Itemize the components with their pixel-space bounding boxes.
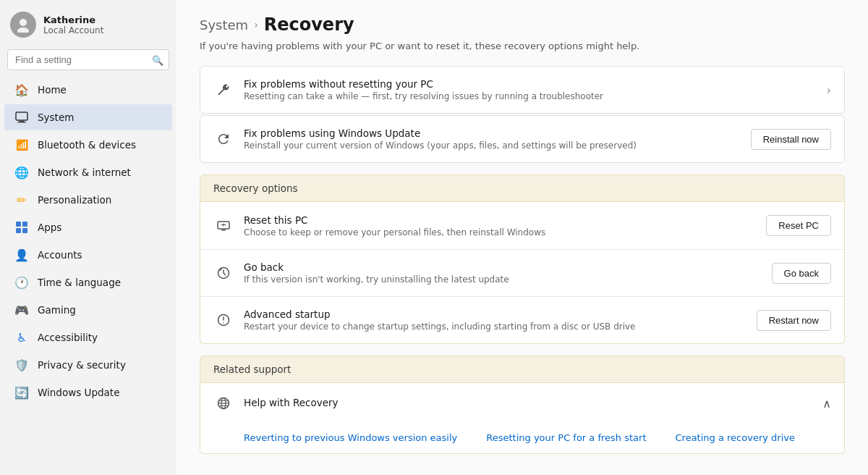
user-info: Katherine Local Account [43, 14, 103, 35]
sidebar-item-gaming-label: Gaming [38, 304, 76, 316]
svg-rect-8 [22, 228, 27, 233]
sidebar-item-apps[interactable]: Apps [4, 214, 172, 240]
go-back-title: Go back [244, 261, 762, 273]
sidebar-item-accounts[interactable]: 👤 Accounts [4, 242, 172, 268]
sidebar-item-time-label: Time & language [38, 277, 121, 288]
help-recovery-title: Help with Recovery [244, 397, 812, 408]
go-back-action[interactable]: Go back [772, 263, 831, 284]
page-title: Recovery [264, 14, 354, 35]
windows-update-icon: 🔄 [14, 385, 29, 400]
sidebar-item-bluetooth-label: Bluetooth & devices [38, 139, 136, 151]
sidebar-item-home-label: Home [38, 84, 67, 96]
nav-items: 🏠 Home System 📶 Bluetooth & devices 🌐 Ne… [0, 76, 176, 469]
time-icon: 🕐 [14, 275, 29, 290]
svg-rect-10 [221, 230, 226, 231]
sidebar-item-personalization-label: Personalization [38, 194, 111, 206]
personalization-icon: ✏️ [14, 193, 29, 207]
reset-pc-icon [213, 216, 234, 236]
go-back-row: Go back If this version isn't working, t… [200, 249, 844, 296]
reinstall-now-button[interactable]: Reinstall now [751, 129, 831, 150]
page-subtitle: If you're having problems with your PC o… [200, 41, 845, 51]
reset-pc-button[interactable]: Reset PC [766, 215, 831, 236]
help-link-recovery-drive[interactable]: Creating a recovery drive [676, 432, 795, 443]
advanced-startup-action[interactable]: Restart now [757, 310, 831, 331]
reset-pc-action[interactable]: Reset PC [766, 215, 831, 236]
fix-update-card: Fix problems using Windows Update Reinst… [200, 115, 845, 163]
sidebar-item-windows-update[interactable]: 🔄 Windows Update [4, 379, 172, 405]
svg-point-1 [17, 28, 29, 33]
user-profile: Katherine Local Account [0, 0, 176, 46]
fix-update-row: Fix problems using Windows Update Reinst… [200, 116, 844, 162]
sidebar-item-apps-label: Apps [38, 222, 61, 233]
sidebar: Katherine Local Account 🔍 🏠 Home System … [0, 0, 176, 475]
breadcrumb-arrow: › [254, 19, 258, 30]
fix-update-text: Fix problems using Windows Update Reinst… [244, 127, 741, 151]
home-icon: 🏠 [14, 83, 29, 97]
sidebar-item-accessibility-label: Accessibility [38, 332, 98, 343]
help-link-reset[interactable]: Resetting your PC for a fresh start [486, 432, 646, 443]
sidebar-item-home[interactable]: 🏠 Home [4, 77, 172, 103]
related-card: Help with Recovery ∧ Reverting to previo… [200, 383, 845, 454]
reset-pc-text: Reset this PC Choose to keep or remove y… [244, 214, 756, 238]
accessibility-icon: ♿ [14, 330, 29, 345]
svg-rect-4 [17, 122, 26, 123]
sidebar-item-network[interactable]: 🌐 Network & internet [4, 159, 172, 185]
recovery-options-header: Recovery options [200, 175, 845, 202]
related-support-header: Related support [200, 356, 845, 383]
sidebar-item-system[interactable]: System [4, 104, 172, 130]
advanced-startup-icon [213, 310, 234, 330]
svg-rect-2 [16, 112, 27, 120]
advanced-startup-title: Advanced startup [244, 308, 746, 320]
privacy-icon: 🛡️ [14, 358, 29, 372]
help-recovery-row[interactable]: Help with Recovery ∧ [200, 383, 844, 424]
help-globe-icon [213, 393, 234, 413]
chevron-right-icon: › [827, 83, 831, 97]
search-box[interactable]: 🔍 [7, 49, 169, 70]
sidebar-item-time[interactable]: 🕐 Time & language [4, 269, 172, 295]
fix-update-desc: Reinstall your current version of Window… [244, 140, 741, 151]
go-back-button[interactable]: Go back [772, 263, 831, 284]
help-link-revert[interactable]: Reverting to previous Windows version ea… [244, 432, 457, 443]
user-account-type: Local Account [43, 25, 103, 35]
sidebar-item-system-label: System [38, 112, 74, 123]
gaming-icon: 🎮 [14, 303, 29, 317]
go-back-icon [213, 263, 234, 283]
reset-pc-title: Reset this PC [244, 214, 756, 226]
fix-troubleshoot-title: Fix problems without resetting your PC [244, 78, 817, 90]
sidebar-item-privacy-label: Privacy & security [38, 359, 126, 371]
sidebar-item-bluetooth[interactable]: 📶 Bluetooth & devices [4, 132, 172, 158]
accounts-icon: 👤 [14, 248, 29, 262]
system-icon [14, 110, 29, 125]
apps-icon [14, 220, 29, 235]
fix-troubleshoot-row[interactable]: Fix problems without resetting your PC R… [200, 67, 844, 113]
svg-rect-5 [16, 222, 21, 227]
sidebar-item-windows-update-label: Windows Update [38, 387, 119, 398]
bluetooth-icon: 📶 [14, 138, 29, 152]
fix-troubleshoot-desc: Resetting can take a while — first, try … [244, 91, 817, 101]
go-back-text: Go back If this version isn't working, t… [244, 261, 762, 285]
sidebar-item-accessibility[interactable]: ♿ Accessibility [4, 324, 172, 350]
avatar [10, 12, 36, 38]
collapse-icon[interactable]: ∧ [822, 397, 831, 411]
help-links: Reverting to previous Windows version ea… [200, 424, 844, 453]
search-input[interactable] [7, 49, 169, 70]
fix-troubleshoot-card: Fix problems without resetting your PC R… [200, 66, 845, 114]
recovery-options-cards: Reset this PC Choose to keep or remove y… [200, 202, 845, 344]
sidebar-item-personalization[interactable]: ✏️ Personalization [4, 187, 172, 213]
main-content: System › Recovery If you're having probl… [176, 0, 868, 475]
sidebar-item-privacy[interactable]: 🛡️ Privacy & security [4, 352, 172, 378]
svg-point-13 [223, 322, 224, 324]
reset-pc-desc: Choose to keep or remove your personal f… [244, 227, 756, 238]
fix-update-action[interactable]: Reinstall now [751, 129, 831, 150]
sidebar-item-gaming[interactable]: 🎮 Gaming [4, 297, 172, 323]
svg-rect-7 [16, 228, 21, 233]
advanced-startup-row: Advanced startup Restart your device to … [200, 296, 844, 343]
go-back-desc: If this version isn't working, try unins… [244, 274, 762, 285]
advanced-startup-text: Advanced startup Restart your device to … [244, 308, 746, 332]
advanced-startup-desc: Restart your device to change startup se… [244, 321, 746, 332]
restart-now-button[interactable]: Restart now [757, 310, 831, 331]
page-header: System › Recovery [200, 14, 845, 35]
svg-point-0 [20, 19, 27, 26]
fix-troubleshoot-action: › [827, 83, 831, 97]
fix-troubleshoot-text: Fix problems without resetting your PC R… [244, 78, 817, 101]
